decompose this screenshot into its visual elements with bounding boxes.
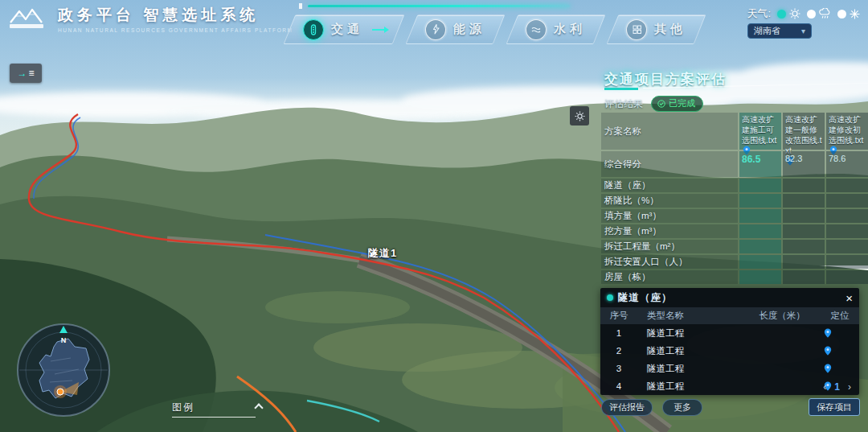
weather-option-rain[interactable] bbox=[807, 8, 831, 19]
table-row: 房屋（栋） bbox=[601, 270, 868, 284]
table-row: 方案名称高速改扩建施工可选围线.txt 高速改扩建一般修改范围线.txt 高速改… bbox=[601, 113, 868, 150]
tab-label: 水利 bbox=[554, 22, 586, 37]
plan-name-cell[interactable]: 高速改扩建修改初选围线.txt bbox=[826, 113, 868, 150]
top-tick-decor bbox=[299, 3, 302, 9]
page-prev-button[interactable]: ‹ bbox=[823, 381, 826, 393]
metric-value-cell bbox=[783, 224, 825, 238]
evaluation-report-button[interactable]: 评估报告 bbox=[601, 399, 653, 416]
weather-option-snow[interactable] bbox=[837, 9, 860, 19]
tab-energy[interactable]: 能源 bbox=[406, 14, 506, 44]
list-icon: ≡ bbox=[28, 68, 34, 79]
table-row: 隧道（座） bbox=[601, 179, 868, 192]
weather-label: 天气: bbox=[747, 6, 771, 21]
tunnel-popup: 隧道（座） × 序号 类型名称 长度（米） 定位 1隧道工程2隧道工程3隧道工程… bbox=[600, 288, 859, 395]
radio-unselected bbox=[837, 10, 846, 19]
col-header-length: 长度（米） bbox=[740, 310, 824, 322]
tab-water[interactable]: 水利 bbox=[506, 14, 606, 44]
tab-label: 交通 bbox=[331, 22, 363, 37]
page-current[interactable]: 1 bbox=[834, 381, 840, 393]
panel-collapse-button[interactable]: → ≡ bbox=[10, 64, 42, 83]
metric-value-cell bbox=[826, 240, 868, 253]
metric-value-cell bbox=[826, 270, 868, 284]
col-header-no: 序号 bbox=[600, 310, 637, 322]
table-row: 3隧道工程 bbox=[600, 360, 859, 377]
gear-icon bbox=[575, 111, 585, 121]
metric-value-cell bbox=[783, 240, 825, 253]
rain-icon bbox=[819, 8, 831, 19]
metric-value-cell bbox=[783, 255, 825, 269]
metric-label: 房屋（栋） bbox=[601, 270, 738, 284]
metric-label: 拆迁工程量（m²） bbox=[601, 240, 738, 253]
metric-value-cell bbox=[826, 179, 868, 192]
legend-rule bbox=[172, 417, 256, 418]
status-badge: 已完成 bbox=[651, 96, 703, 112]
pin-icon[interactable] bbox=[824, 328, 832, 338]
col-header-locate: 定位 bbox=[824, 310, 856, 322]
sun-icon bbox=[789, 8, 800, 19]
tab-other[interactable]: 其他 bbox=[607, 14, 706, 44]
table-row: 4隧道工程 bbox=[600, 377, 859, 395]
metric-value-cell bbox=[783, 194, 825, 208]
pagination: ‹ 1 › bbox=[823, 381, 851, 393]
metric-label: 拆迁安置人口（人） bbox=[601, 255, 738, 269]
close-icon[interactable]: × bbox=[845, 292, 853, 304]
metric-label: 隧道（座） bbox=[601, 179, 738, 192]
weather-option-sunny[interactable] bbox=[777, 8, 800, 19]
metric-value-cell bbox=[739, 240, 781, 253]
region-value: 湖南省 bbox=[754, 25, 780, 37]
evaluation-table: 方案名称高速改扩建施工可选围线.txt 高速改扩建一般修改范围线.txt 高速改… bbox=[601, 113, 868, 286]
row-label: 方案名称 bbox=[601, 113, 738, 150]
layer-settings-button[interactable] bbox=[570, 106, 589, 125]
row-label: 综合得分 bbox=[601, 151, 738, 177]
table-row: 1隧道工程 bbox=[600, 324, 859, 342]
save-project-button[interactable]: 保存项目 bbox=[809, 398, 860, 416]
metric-value-cell bbox=[783, 270, 825, 284]
top-accent-line bbox=[308, 5, 570, 7]
metric-value-cell bbox=[826, 194, 868, 208]
compass-north-label: N bbox=[61, 336, 67, 344]
metric-value-cell bbox=[739, 270, 781, 284]
table-row: 填方量（m³） bbox=[601, 209, 868, 223]
main-nav: 交通 能源 水利 bbox=[289, 14, 700, 44]
region-select[interactable]: 湖南省 ▾ bbox=[747, 23, 812, 39]
page-next-button[interactable]: › bbox=[848, 381, 851, 393]
plan-name-cell[interactable]: 高速改扩建施工可选围线.txt bbox=[739, 113, 781, 150]
traffic-light-icon bbox=[303, 19, 324, 40]
check-circle-icon bbox=[657, 100, 665, 108]
metric-value-cell bbox=[783, 179, 825, 192]
table-row: 拆迁工程量（m²） bbox=[601, 240, 868, 253]
chevron-down-icon: ▾ bbox=[801, 27, 805, 35]
mountain-logo-icon bbox=[8, 5, 53, 31]
compass-minimap[interactable]: N bbox=[14, 321, 113, 419]
metric-value-cell bbox=[739, 194, 781, 208]
table-row: 挖方量（m³） bbox=[601, 224, 868, 238]
plan-name-cell[interactable]: 高速改扩建一般修改范围线.txt bbox=[783, 113, 825, 150]
tab-label: 能源 bbox=[453, 22, 485, 37]
pin-icon[interactable] bbox=[824, 346, 832, 356]
app-window: 隧道1 政务平台 智慧选址系统 HUNAN NATURAL RESOURCES … bbox=[0, 0, 868, 432]
col-header-type: 类型名称 bbox=[637, 310, 740, 322]
metric-value-cell bbox=[739, 179, 781, 192]
popup-title: 隧道（座） bbox=[618, 291, 841, 305]
table-row: 综合得分86.582.378.6 bbox=[601, 151, 868, 177]
tab-label: 其他 bbox=[654, 22, 686, 37]
score-cell: 86.5 bbox=[739, 151, 781, 177]
table-row: 拆迁安置人口（人） bbox=[601, 255, 868, 269]
active-arrow-icon bbox=[372, 29, 385, 31]
legend-control[interactable]: 图例 bbox=[172, 401, 256, 418]
more-button[interactable]: 更多 bbox=[662, 399, 702, 416]
arrow-right-icon: → bbox=[17, 68, 27, 79]
water-icon bbox=[526, 19, 547, 40]
status-badge-label: 已完成 bbox=[669, 97, 695, 109]
result-label: 评估结果 bbox=[604, 97, 643, 111]
metric-value-cell bbox=[739, 255, 781, 269]
metric-value-cell bbox=[783, 209, 825, 223]
tab-traffic[interactable]: 交通 bbox=[284, 14, 405, 44]
map-label-tunnel-1[interactable]: 隧道1 bbox=[368, 246, 397, 261]
popup-row-list: 1隧道工程2隧道工程3隧道工程4隧道工程 bbox=[600, 324, 859, 395]
app-title: 政务平台 智慧选址系统 bbox=[58, 5, 293, 26]
title-accent-bar bbox=[604, 88, 638, 90]
pin-icon[interactable] bbox=[824, 364, 832, 373]
score-cell: 78.6 bbox=[826, 151, 868, 177]
metric-value-cell bbox=[739, 224, 781, 238]
